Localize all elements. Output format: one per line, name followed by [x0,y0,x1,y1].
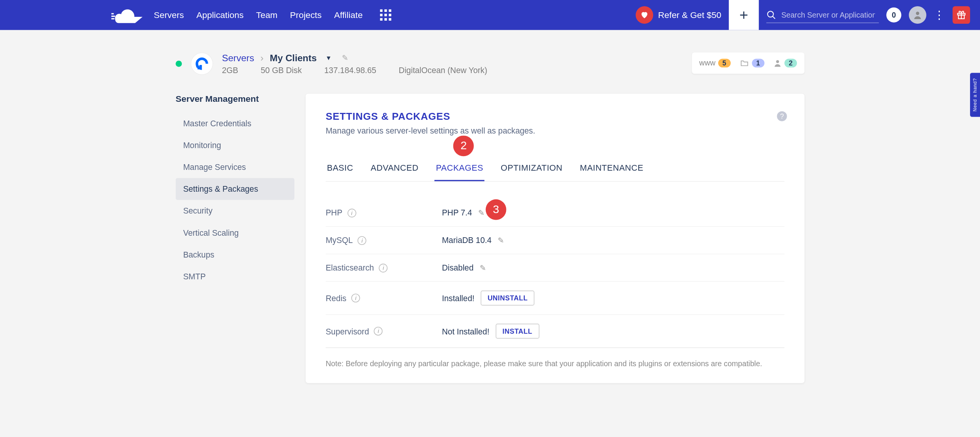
content-panel: ? SETTINGS & PACKAGES Manage various ser… [305,94,804,383]
edit-mysql-icon[interactable]: ✎ [498,236,504,245]
projects-stat[interactable]: 1 [739,59,764,67]
breadcrumb-servers[interactable]: Servers [222,52,254,63]
package-row-mysql: MySQLi MariaDB 10.4✎ [326,227,784,254]
nav-applications[interactable]: Applications [196,10,243,20]
svg-point-3 [768,11,773,17]
edit-es-icon[interactable]: ✎ [480,263,486,272]
server-ram: 2GB [222,65,238,75]
sidebar-item-smtp[interactable]: SMTP [176,266,294,287]
person-icon [913,10,923,20]
tab-maintenance[interactable]: MAINTENANCE [579,159,645,181]
provider-icon [191,52,213,75]
nav-projects[interactable]: Projects [290,10,322,20]
pkg-value-php: PHP 7.4 [442,208,472,217]
pkg-label-mysql: MySQL [326,236,353,245]
server-meta: 2GB 50 GB Disk 137.184.98.65 DigitalOcea… [222,65,487,75]
svg-rect-10 [198,67,199,69]
refer-label: Refer & Get $50 [658,10,721,20]
package-row-php: PHPi PHP 7.4 ✎ 3 [326,199,784,227]
add-button[interactable]: + [729,0,759,30]
info-icon[interactable]: i [358,236,367,245]
svg-rect-11 [196,66,198,67]
svg-line-4 [773,16,775,19]
apps-grid-icon[interactable] [380,9,391,20]
header-right: Refer & Get $50 + 0 ⋮ [635,0,970,30]
chevron-right-icon: › [260,52,263,63]
info-icon[interactable]: i [379,263,388,272]
package-row-redis: Redisi Installed!UNINSTALL [326,282,784,315]
sidebar-item-master-credentials[interactable]: Master Credentials [176,113,294,134]
cloudways-logo[interactable] [111,6,143,24]
www-label: www [699,59,715,67]
pkg-label-redis: Redis [326,294,346,303]
packages-note: Note: Before deploying any particular pa… [326,359,784,368]
pkg-label-supervisord: Supervisord [326,326,369,336]
top-nav: Servers Applications Team Projects Affil… [0,0,980,30]
search-area [766,7,879,23]
server-info: Servers › My Clients ▼ ✎ 2GB 50 GB Disk … [176,52,487,75]
notification-count[interactable]: 0 [886,8,901,23]
server-name: My Clients [270,52,317,63]
annotation-3: 3 [486,199,506,220]
server-ip: 137.184.98.65 [324,65,376,75]
gift-button[interactable] [952,6,970,24]
main-nav: Servers Applications Team Projects Affil… [154,10,363,20]
apps-stat[interactable]: www 5 [699,59,730,67]
annotation-2: 2 [453,135,474,156]
header-left: Servers Applications Team Projects Affil… [111,6,392,24]
user-avatar[interactable] [909,6,926,24]
tab-basic[interactable]: BASIC [326,159,354,181]
nav-affiliate[interactable]: Affiliate [334,10,363,20]
pkg-value-redis: Installed! [442,294,474,303]
need-a-hand-tab[interactable]: Need a hand? [970,73,980,117]
svg-point-12 [776,60,779,63]
sidebar-item-manage-services[interactable]: Manage Services [176,156,294,178]
info-icon[interactable]: i [351,294,360,302]
panel-title: SETTINGS & PACKAGES [326,111,784,122]
server-disk: 50 GB Disk [261,65,302,75]
nav-team[interactable]: Team [256,10,278,20]
server-provider: DigitalOcean (New York) [399,65,487,75]
sidebar-item-security[interactable]: Security [176,200,294,222]
tab-optimization[interactable]: OPTIMIZATION [500,159,564,181]
tab-packages[interactable]: PACKAGES 2 [435,159,485,181]
package-row-elasticsearch: Elasticsearchi Disabled✎ [326,254,784,282]
kebab-menu-icon[interactable]: ⋮ [934,8,945,22]
sidebar: Server Management Master Credentials Mon… [176,94,294,383]
digitalocean-icon [194,56,209,71]
edit-server-name-icon[interactable]: ✎ [342,54,348,62]
svg-rect-1 [111,16,115,17]
projects-count: 1 [752,59,764,67]
sidebar-item-backups[interactable]: Backups [176,244,294,266]
users-count: 2 [784,59,797,67]
breadcrumb: Servers › My Clients ▼ ✎ [222,52,487,63]
status-indicator [176,60,182,67]
nav-servers[interactable]: Servers [154,10,184,20]
sidebar-heading: Server Management [176,94,294,104]
refer-button[interactable]: Refer & Get $50 [635,6,721,24]
help-icon[interactable]: ? [777,111,787,121]
users-stat[interactable]: 2 [773,59,797,67]
server-dropdown-icon[interactable]: ▼ [325,54,332,61]
server-header: Servers › My Clients ▼ ✎ 2GB 50 GB Disk … [176,52,805,75]
pkg-label-php: PHP [326,208,343,217]
svg-rect-0 [111,13,114,14]
person-icon [773,59,782,67]
tab-advanced[interactable]: ADVANCED [369,159,420,181]
sidebar-item-settings-packages[interactable]: Settings & Packages [176,178,294,200]
uninstall-redis-button[interactable]: UNINSTALL [481,290,535,305]
info-icon[interactable]: i [374,327,383,336]
search-input[interactable] [781,10,875,19]
package-row-supervisord: Supervisordi Not Installed!INSTALL [326,315,784,348]
settings-tabs: BASIC ADVANCED PACKAGES 2 OPTIMIZATION M… [326,159,784,182]
sidebar-item-vertical-scaling[interactable]: Vertical Scaling [176,222,294,244]
heart-icon [635,6,653,24]
pkg-value-supervisord: Not Installed! [442,326,489,336]
pkg-value-mysql: MariaDB 10.4 [442,236,492,245]
info-icon[interactable]: i [347,209,356,217]
sidebar-item-monitoring[interactable]: Monitoring [176,134,294,156]
edit-php-icon[interactable]: ✎ [478,209,484,217]
install-supervisord-button[interactable]: INSTALL [496,324,539,339]
pkg-value-es: Disabled [442,263,474,272]
plus-icon: + [740,6,748,24]
